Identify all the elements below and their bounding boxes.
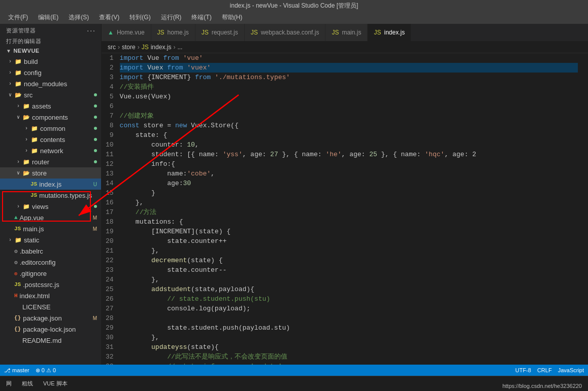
tab-request-js[interactable]: JS request.js (195, 24, 245, 41)
menu-edit[interactable]: 编辑(E) (34, 12, 62, 23)
sidebar-item-app-vue[interactable]: ▲ App.vue M (0, 212, 101, 223)
code-line-24: }, (120, 275, 578, 285)
modified-indicator (94, 127, 97, 130)
sidebar-item-components[interactable]: ∨ 📂 components (0, 112, 101, 123)
sidebar-item-editorconfig[interactable]: ⚙ .editorconfig (0, 257, 101, 268)
sidebar-item-label: index.html (20, 292, 101, 300)
code-editor[interactable]: 12345 678910 1112131415 1617181920 21222… (102, 53, 588, 365)
chevron-right-icon: › (22, 137, 30, 143)
sidebar-more-icon[interactable]: ··· (87, 26, 96, 34)
chevron-right-icon: › (6, 59, 14, 64)
sidebar-item-src[interactable]: ∨ 📂 src (0, 89, 101, 100)
sidebar-item-package-lock-json[interactable]: {} package-lock.json (0, 324, 101, 335)
code-line-8: const store = new Vuex.Store({ (120, 121, 578, 130)
chevron-right-icon: › (6, 237, 14, 243)
file-tree: › 📁 build › 📁 config › 📁 node_modules (0, 56, 101, 365)
git-icon: ⊗ (14, 270, 18, 277)
language: JavaScript (558, 367, 584, 373)
bottom-bar: 网 粗线 VUE 脚本 (0, 376, 588, 391)
code-line-23: state.counter-- (120, 265, 578, 275)
sidebar-item-main-js[interactable]: JS main.js M (0, 223, 101, 234)
code-line-10: counter: 10, (120, 140, 578, 150)
breadcrumb-sep: › (173, 44, 175, 51)
menu-goto[interactable]: 转到(G) (125, 12, 154, 23)
sidebar-item-index-js[interactable]: JS index.js U (0, 179, 101, 190)
sidebar-item-views[interactable]: › 📁 views (0, 201, 101, 212)
error-count: ⊗ 0 ⚠ 0 (36, 367, 56, 374)
html-icon: H (14, 293, 18, 299)
breadcrumb-sep: › (118, 44, 120, 51)
menu-help[interactable]: 帮助(H) (218, 12, 247, 23)
breadcrumb-src[interactable]: src (108, 44, 116, 51)
tab-main-js[interactable]: JS main.js (325, 24, 368, 41)
code-line-31: updateyss(state){ (120, 342, 578, 352)
project-root[interactable]: ▼ NEWVUE (0, 47, 101, 56)
chevron-right-icon: › (22, 148, 30, 154)
sidebar-header: 资源管理器 ··· (0, 24, 101, 36)
js-tab-icon: JS (157, 29, 165, 36)
code-line-13: name:'cobe', (120, 169, 578, 179)
json-icon: {} (14, 315, 21, 321)
sidebar-item-mutations-types[interactable]: JS mutations.types.js (0, 190, 101, 201)
chevron-right-icon: › (14, 103, 22, 109)
menu-view[interactable]: 查看(V) (95, 12, 123, 23)
code-line-16: }, (120, 198, 578, 207)
sidebar-item-static[interactable]: › 📁 static (0, 234, 101, 245)
sidebar-item-package-json[interactable]: {} package.json M (0, 312, 101, 324)
chevron-right-icon: › (22, 126, 30, 131)
bottom-label-1: 网 (6, 380, 12, 387)
tab-webpack[interactable]: JS webpack.base.conf.js (245, 24, 326, 41)
sidebar-item-label: main.js (23, 225, 90, 233)
sidebar-item-config[interactable]: › 📁 config (0, 67, 101, 78)
sidebar-item-assets[interactable]: › 📁 assets (0, 100, 101, 112)
status-bar: ⎇ master ⊗ 0 ⚠ 0 https://blog.csdn.net/h… (0, 365, 588, 376)
folder-icon: 📁 (22, 103, 30, 110)
breadcrumb-file[interactable]: index.js (151, 44, 172, 51)
sidebar-item-label: components (32, 114, 94, 121)
sidebar-item-gitignore[interactable]: ⊗ .gitignore (0, 268, 101, 279)
sidebar-item-label: package-lock.json (23, 326, 101, 333)
folder-icon: 📁 (14, 237, 22, 243)
title-bar: index.js - newVue - Visual Studio Code [… (0, 0, 588, 11)
js-icon: JS (14, 281, 21, 288)
tab-home-js[interactable]: JS home.js (151, 24, 195, 41)
sidebar-item-router[interactable]: › 📁 router (0, 156, 101, 167)
sidebar-item-contents[interactable]: › 📁 contents (0, 134, 101, 145)
sidebar-item-index-html[interactable]: H index.html (0, 290, 101, 301)
sidebar-item-node-modules[interactable]: › 📁 node_modules (0, 78, 101, 89)
menu-run[interactable]: 运行(R) (157, 12, 186, 23)
sidebar-item-license[interactable]: LICENSE (0, 301, 101, 312)
menu-terminal[interactable]: 终端(T) (187, 12, 215, 23)
sidebar-item-label: build (24, 58, 101, 65)
sidebar-item-label: static (24, 236, 101, 244)
sidebar-item-store[interactable]: ∨ 📂 store (0, 167, 101, 179)
js-tab-icon: JS (202, 29, 209, 36)
folder-icon: 📁 (14, 58, 22, 65)
sidebar-item-babelrc[interactable]: ⚙ .babelrc (0, 245, 101, 257)
menu-select[interactable]: 选择(S) (64, 12, 93, 23)
open-editors-section[interactable]: 打开的编辑器 (0, 36, 101, 47)
sidebar-item-label: node_modules (24, 80, 101, 88)
sidebar-item-postcssrc[interactable]: JS .postcssrc.js (0, 279, 101, 290)
chevron-down-icon: ∨ (14, 170, 22, 176)
modified-indicator (94, 205, 97, 208)
tab-index-js[interactable]: JS index.js (368, 24, 411, 41)
tab-home-vue[interactable]: ▲ Home.vue (102, 24, 151, 41)
breadcrumb-store[interactable]: store (122, 44, 136, 51)
sidebar-item-label: .editorconfig (20, 259, 101, 266)
sidebar-item-readme[interactable]: README.md (0, 335, 101, 346)
open-editors-label: 打开的编辑器 (6, 38, 41, 44)
sidebar-item-build[interactable]: › 📁 build (0, 56, 101, 67)
chevron-down-icon: ∨ (14, 114, 22, 120)
chevron-down-icon: ▼ (6, 48, 11, 54)
sidebar-item-network[interactable]: › 📁 network (0, 145, 101, 156)
sidebar-item-common[interactable]: › 📁 common (0, 123, 101, 134)
folder-icon: 📁 (22, 203, 30, 210)
line-numbers: 12345 678910 1112131415 1617181920 21222… (102, 53, 120, 365)
code-line-11: student: [{ name: 'yss', age: 27 }, { na… (120, 150, 578, 159)
sidebar-item-label: LICENSE (22, 303, 101, 311)
menu-file[interactable]: 文件(F) (4, 12, 32, 23)
breadcrumb-sep: › (138, 44, 140, 51)
vue-icon: ▲ (14, 215, 18, 221)
code-line-15: } (120, 188, 578, 198)
